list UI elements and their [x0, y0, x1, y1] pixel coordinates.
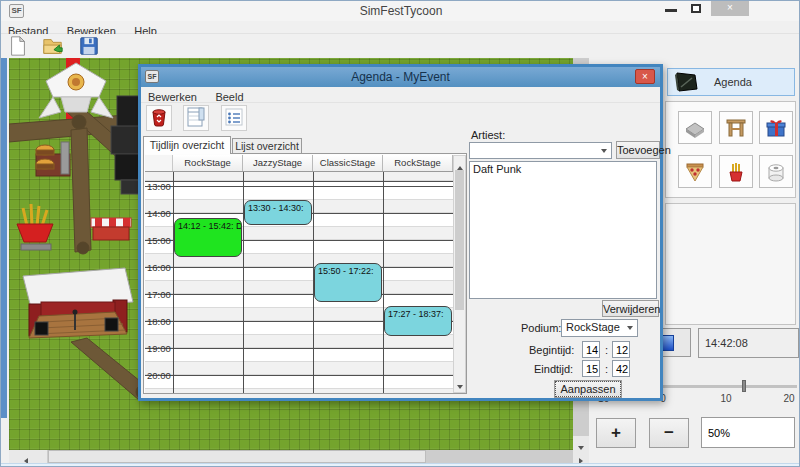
- slider-thumb[interactable]: [742, 380, 746, 392]
- window-titlebar[interactable]: SF SimFestTycoon ×: [1, 1, 800, 21]
- list-view-button[interactable]: [221, 105, 247, 131]
- game-clock: 14:42:08: [698, 328, 799, 358]
- stage-frame-icon: [724, 116, 748, 140]
- new-file-icon: [7, 35, 29, 57]
- start-hour-input[interactable]: [582, 341, 600, 358]
- delete-event-button[interactable]: [146, 105, 172, 131]
- build-road-button[interactable]: [678, 111, 712, 144]
- time-gutter-header: [145, 155, 173, 171]
- window-statusbar: [1, 463, 800, 467]
- dialog-title: Agenda - MyEvent: [141, 70, 660, 84]
- dialog-titlebar[interactable]: SF Agenda - MyEvent ×: [141, 67, 660, 87]
- main-stage[interactable]: [23, 268, 133, 338]
- map-left-border: [1, 58, 7, 418]
- build-stage-button[interactable]: [719, 111, 753, 144]
- chevron-down-icon: [601, 149, 607, 153]
- popcorn-stand[interactable]: [91, 218, 131, 240]
- main-menubar: Bestand Bewerken Help: [1, 21, 800, 34]
- scrollbar-thumb[interactable]: [48, 450, 426, 463]
- road-icon: [683, 116, 707, 140]
- minimize-icon[interactable]: [665, 9, 677, 12]
- time-label: 16:00: [147, 262, 171, 273]
- slider-tick-label: 10: [720, 393, 731, 404]
- main-toolbar: [1, 34, 800, 58]
- stage-label: Podium:: [521, 322, 561, 334]
- dialog-close-button[interactable]: ×: [635, 69, 655, 84]
- build-gift-button[interactable]: [759, 111, 793, 144]
- agenda-button[interactable]: Agenda: [667, 68, 795, 96]
- burger-stand[interactable]: [36, 142, 70, 176]
- start-time-label: Begintijd:: [529, 344, 574, 356]
- timeline-grid[interactable]: RockStage JazzyStage ClassicStage RockSt…: [145, 155, 466, 393]
- app-window: SF SimFestTycoon × Bestand Bewerken Help: [0, 0, 800, 467]
- build-toilet-button[interactable]: [759, 155, 793, 188]
- tab-lijst-overzicht[interactable]: Lijst overzicht: [232, 138, 302, 154]
- info-panel: [665, 203, 796, 325]
- timeline-view-button[interactable]: [183, 105, 209, 131]
- timeline-body[interactable]: 13:00 14:00 15:00 16:00 17:00 18:00 19:0…: [145, 172, 453, 393]
- timeline-scrollbar[interactable]: [453, 155, 466, 393]
- save-floppy-icon: [78, 35, 100, 57]
- timeline-event-daftpunk[interactable]: 14:12 - 15:42: Daft P: [174, 218, 242, 257]
- agenda-button-label: Agenda: [714, 76, 752, 88]
- agenda-book-icon: [674, 71, 700, 93]
- dialog-toolbar: [141, 103, 660, 134]
- end-time-label: Eindtijd:: [534, 363, 573, 375]
- toilet-paper-icon: [764, 160, 788, 184]
- build-pizza-button[interactable]: [678, 155, 712, 188]
- tent[interactable]: [39, 63, 113, 118]
- scroll-right-icon[interactable]: [573, 450, 589, 463]
- open-file-button[interactable]: [42, 35, 64, 57]
- artist-listbox[interactable]: Daft Punk: [469, 161, 657, 299]
- time-label: 20:00: [147, 370, 171, 381]
- column-header-jazzystage: JazzyStage: [243, 155, 313, 171]
- artist-list-item[interactable]: Daft Punk: [470, 162, 656, 176]
- timeline-header: RockStage JazzyStage ClassicStage RockSt…: [145, 155, 453, 172]
- start-minute-input[interactable]: [612, 341, 630, 358]
- time-colon: :: [605, 344, 608, 356]
- remove-artist-button[interactable]: Verwijderen: [602, 300, 659, 317]
- window-title: SimFestTycoon: [1, 4, 800, 18]
- timeline-event[interactable]: 17:27 - 18:37:: [384, 306, 452, 336]
- time-label: 18:00: [147, 316, 171, 327]
- scroll-down-icon[interactable]: [457, 385, 463, 389]
- chevron-down-icon: [627, 326, 633, 330]
- zoom-in-button[interactable]: +: [596, 418, 636, 448]
- slider-tick-label: 20: [783, 393, 794, 404]
- apply-button[interactable]: Aanpassen: [555, 381, 621, 397]
- scroll-down-icon[interactable]: [573, 436, 589, 450]
- zoom-out-button[interactable]: −: [649, 418, 689, 448]
- zoom-level-input[interactable]: [701, 417, 795, 448]
- close-button[interactable]: ×: [711, 1, 749, 16]
- scroll-left-icon[interactable]: [9, 450, 47, 463]
- time-colon: :: [605, 363, 608, 375]
- column-header-rockstage-2: RockStage: [383, 155, 453, 171]
- timeline-view-icon: [186, 106, 206, 128]
- artist-combobox[interactable]: [469, 142, 612, 159]
- add-artist-button[interactable]: Toevoegen: [616, 141, 660, 159]
- fries-stand[interactable]: [17, 204, 53, 250]
- end-minute-input[interactable]: [612, 360, 630, 377]
- stage-combobox[interactable]: RockStage: [561, 319, 638, 337]
- tab-tijdlijn-overzicht[interactable]: Tijdlijn overzicht: [143, 136, 231, 154]
- open-folder-icon: [42, 35, 64, 57]
- timeline-event[interactable]: 13:30 - 14:30:: [244, 200, 312, 225]
- agenda-dialog: SF Agenda - MyEvent × Bewerken Beeld Tij…: [138, 64, 663, 401]
- time-label: 15:00: [147, 235, 171, 246]
- save-button[interactable]: [78, 35, 100, 57]
- column-header-classicstage: ClassicStage: [313, 155, 383, 171]
- build-fries-button[interactable]: [719, 155, 753, 188]
- list-view-icon: [224, 106, 244, 128]
- scrollbar-thumb[interactable]: [455, 170, 464, 310]
- column-header-rockstage-1: RockStage: [173, 155, 243, 171]
- maximize-icon[interactable]: [691, 4, 701, 13]
- map-horizontal-scrollbar[interactable]: [9, 450, 589, 463]
- timeline-event[interactable]: 15:50 - 17:22:: [314, 263, 382, 302]
- end-hour-input[interactable]: [582, 360, 600, 377]
- trash-icon: [149, 106, 169, 128]
- artist-label: Artiest:: [471, 129, 505, 141]
- new-file-button[interactable]: [7, 35, 29, 57]
- time-label: 13:00: [147, 181, 171, 192]
- build-icon-panel: [665, 101, 796, 198]
- dialog-menubar: Bewerken Beeld: [141, 87, 660, 103]
